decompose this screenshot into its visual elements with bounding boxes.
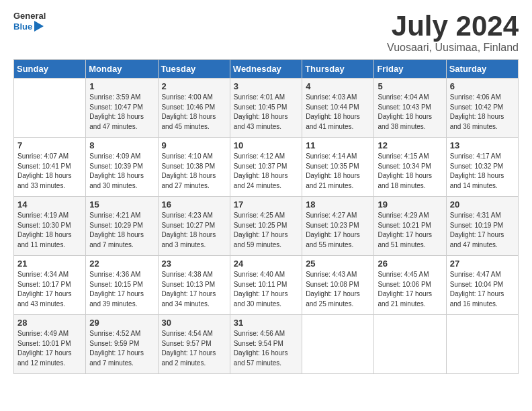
header-cell-saturday: Saturday xyxy=(446,60,518,79)
day-info: Sunrise: 4:03 AMSunset: 10:44 PMDaylight… xyxy=(306,93,370,132)
day-number: 13 xyxy=(450,140,515,150)
calendar-cell: 17Sunrise: 4:25 AMSunset: 10:25 PMDaylig… xyxy=(230,197,302,256)
day-info: Sunrise: 3:59 AMSunset: 10:47 PMDaylight… xyxy=(89,93,154,132)
day-number: 3 xyxy=(234,81,298,91)
calendar-cell: 14Sunrise: 4:19 AMSunset: 10:30 PMDaylig… xyxy=(14,197,86,256)
calendar-cell: 7Sunrise: 4:07 AMSunset: 10:41 PMDayligh… xyxy=(14,138,86,197)
header-cell-friday: Friday xyxy=(374,60,446,79)
calendar-body: 1Sunrise: 3:59 AMSunset: 10:47 PMDayligh… xyxy=(14,79,519,374)
calendar-header: SundayMondayTuesdayWednesdayThursdayFrid… xyxy=(14,60,519,79)
calendar-cell: 13Sunrise: 4:17 AMSunset: 10:32 PMDaylig… xyxy=(446,138,518,197)
calendar-cell: 27Sunrise: 4:47 AMSunset: 10:04 PMDaylig… xyxy=(446,256,518,315)
logo-text: General Blue xyxy=(13,11,46,32)
calendar-cell: 22Sunrise: 4:36 AMSunset: 10:15 PMDaylig… xyxy=(86,256,158,315)
calendar-cell: 3Sunrise: 4:01 AMSunset: 10:45 PMDayligh… xyxy=(230,79,302,138)
day-number: 26 xyxy=(378,259,442,269)
day-info: Sunrise: 4:29 AMSunset: 10:21 PMDaylight… xyxy=(378,211,442,250)
calendar-cell: 23Sunrise: 4:38 AMSunset: 10:13 PMDaylig… xyxy=(158,256,230,315)
calendar-cell: 26Sunrise: 4:45 AMSunset: 10:06 PMDaylig… xyxy=(374,256,446,315)
calendar-cell xyxy=(446,315,518,374)
day-info: Sunrise: 4:23 AMSunset: 10:27 PMDaylight… xyxy=(162,211,226,250)
day-info: Sunrise: 4:09 AMSunset: 10:39 PMDaylight… xyxy=(89,152,154,191)
calendar-cell: 2Sunrise: 4:00 AMSunset: 10:46 PMDayligh… xyxy=(158,79,230,138)
day-number: 25 xyxy=(306,259,370,269)
calendar-week-5: 28Sunrise: 4:49 AMSunset: 10:01 PMDaylig… xyxy=(14,315,519,374)
calendar-cell: 31Sunrise: 4:56 AMSunset: 9:54 PMDayligh… xyxy=(230,315,302,374)
day-info: Sunrise: 4:21 AMSunset: 10:29 PMDaylight… xyxy=(89,211,154,250)
day-info: Sunrise: 4:27 AMSunset: 10:23 PMDaylight… xyxy=(306,211,370,250)
header-cell-wednesday: Wednesday xyxy=(230,60,302,79)
day-number: 20 xyxy=(450,199,515,210)
day-number: 29 xyxy=(89,318,154,328)
day-info: Sunrise: 4:45 AMSunset: 10:06 PMDaylight… xyxy=(378,270,442,309)
day-number: 9 xyxy=(162,140,226,150)
day-info: Sunrise: 4:54 AMSunset: 9:57 PMDaylight:… xyxy=(162,329,226,368)
day-number: 6 xyxy=(450,81,515,91)
day-number: 28 xyxy=(17,318,82,328)
day-number: 16 xyxy=(162,199,226,210)
calendar-table: SundayMondayTuesdayWednesdayThursdayFrid… xyxy=(13,59,519,374)
calendar-cell xyxy=(302,315,374,374)
calendar-cell: 4Sunrise: 4:03 AMSunset: 10:44 PMDayligh… xyxy=(302,79,374,138)
calendar-cell: 11Sunrise: 4:14 AMSunset: 10:35 PMDaylig… xyxy=(302,138,374,197)
header-row: SundayMondayTuesdayWednesdayThursdayFrid… xyxy=(14,60,519,79)
header-cell-sunday: Sunday xyxy=(14,60,86,79)
day-number: 12 xyxy=(378,140,442,150)
day-number: 17 xyxy=(234,199,298,210)
day-number: 8 xyxy=(89,140,154,150)
logo-line1: General xyxy=(13,11,46,21)
day-number: 1 xyxy=(89,81,154,91)
day-number: 19 xyxy=(378,199,442,210)
day-number: 18 xyxy=(306,199,370,210)
day-info: Sunrise: 4:43 AMSunset: 10:08 PMDaylight… xyxy=(306,270,370,309)
day-info: Sunrise: 4:17 AMSunset: 10:32 PMDaylight… xyxy=(450,152,515,191)
day-info: Sunrise: 4:36 AMSunset: 10:15 PMDaylight… xyxy=(89,270,154,309)
day-info: Sunrise: 4:14 AMSunset: 10:35 PMDaylight… xyxy=(306,152,370,191)
day-info: Sunrise: 4:38 AMSunset: 10:13 PMDaylight… xyxy=(162,270,226,309)
day-number: 27 xyxy=(450,259,515,269)
day-info: Sunrise: 4:04 AMSunset: 10:43 PMDaylight… xyxy=(378,93,442,132)
day-info: Sunrise: 4:10 AMSunset: 10:38 PMDaylight… xyxy=(162,152,226,191)
logo-arrow-icon xyxy=(34,21,44,32)
calendar-cell: 5Sunrise: 4:04 AMSunset: 10:43 PMDayligh… xyxy=(374,79,446,138)
logo: General Blue xyxy=(13,11,46,32)
page-header: General Blue July 2024 Vuosaari, Uusimaa… xyxy=(13,11,519,54)
calendar-cell: 8Sunrise: 4:09 AMSunset: 10:39 PMDayligh… xyxy=(86,138,158,197)
day-number: 11 xyxy=(306,140,370,150)
day-number: 21 xyxy=(17,259,82,269)
day-info: Sunrise: 4:07 AMSunset: 10:41 PMDaylight… xyxy=(17,152,82,191)
calendar-cell: 28Sunrise: 4:49 AMSunset: 10:01 PMDaylig… xyxy=(14,315,86,374)
day-info: Sunrise: 4:00 AMSunset: 10:46 PMDaylight… xyxy=(162,93,226,132)
day-number: 10 xyxy=(234,140,298,150)
calendar-cell: 20Sunrise: 4:31 AMSunset: 10:19 PMDaylig… xyxy=(446,197,518,256)
calendar-cell: 12Sunrise: 4:15 AMSunset: 10:34 PMDaylig… xyxy=(374,138,446,197)
header-cell-monday: Monday xyxy=(86,60,158,79)
day-info: Sunrise: 4:56 AMSunset: 9:54 PMDaylight:… xyxy=(234,329,298,368)
header-cell-tuesday: Tuesday xyxy=(158,60,230,79)
day-number: 23 xyxy=(162,259,226,269)
day-info: Sunrise: 4:25 AMSunset: 10:25 PMDaylight… xyxy=(234,211,298,250)
day-info: Sunrise: 4:34 AMSunset: 10:17 PMDaylight… xyxy=(17,270,82,309)
calendar-cell xyxy=(14,79,86,138)
title-block: July 2024 Vuosaari, Uusimaa, Finland xyxy=(387,11,519,54)
calendar-cell: 19Sunrise: 4:29 AMSunset: 10:21 PMDaylig… xyxy=(374,197,446,256)
calendar-week-4: 21Sunrise: 4:34 AMSunset: 10:17 PMDaylig… xyxy=(14,256,519,315)
calendar-cell: 18Sunrise: 4:27 AMSunset: 10:23 PMDaylig… xyxy=(302,197,374,256)
calendar-week-3: 14Sunrise: 4:19 AMSunset: 10:30 PMDaylig… xyxy=(14,197,519,256)
day-number: 22 xyxy=(89,259,154,269)
calendar-cell: 29Sunrise: 4:52 AMSunset: 9:59 PMDayligh… xyxy=(86,315,158,374)
calendar-cell: 9Sunrise: 4:10 AMSunset: 10:38 PMDayligh… xyxy=(158,138,230,197)
calendar-week-1: 1Sunrise: 3:59 AMSunset: 10:47 PMDayligh… xyxy=(14,79,519,138)
day-info: Sunrise: 4:15 AMSunset: 10:34 PMDaylight… xyxy=(378,152,442,191)
day-info: Sunrise: 4:49 AMSunset: 10:01 PMDaylight… xyxy=(17,329,82,368)
day-number: 24 xyxy=(234,259,298,269)
calendar-cell: 30Sunrise: 4:54 AMSunset: 9:57 PMDayligh… xyxy=(158,315,230,374)
day-number: 14 xyxy=(17,199,82,210)
day-info: Sunrise: 4:01 AMSunset: 10:45 PMDaylight… xyxy=(234,93,298,132)
day-info: Sunrise: 4:06 AMSunset: 10:42 PMDaylight… xyxy=(450,93,515,132)
day-info: Sunrise: 4:12 AMSunset: 10:37 PMDaylight… xyxy=(234,152,298,191)
day-number: 2 xyxy=(162,81,226,91)
day-number: 15 xyxy=(89,199,154,210)
calendar-cell: 6Sunrise: 4:06 AMSunset: 10:42 PMDayligh… xyxy=(446,79,518,138)
day-info: Sunrise: 4:52 AMSunset: 9:59 PMDaylight:… xyxy=(89,329,154,368)
